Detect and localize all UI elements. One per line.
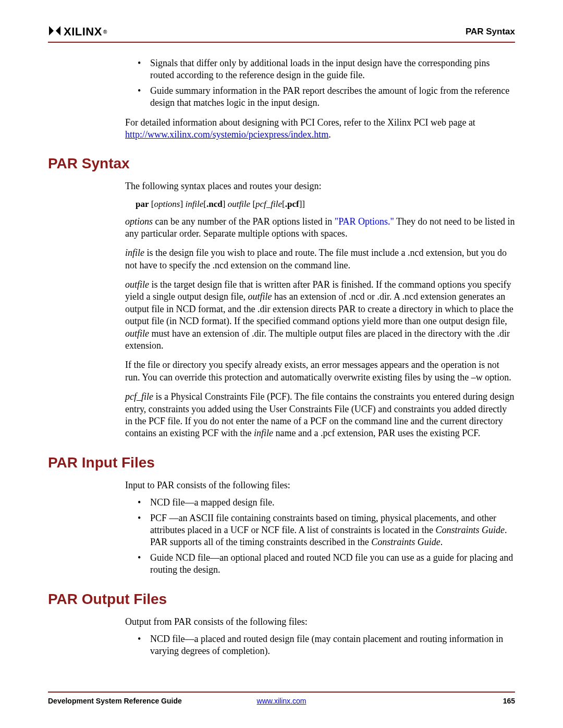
input-files-list: NCD file—a mapped design file. PCF —an A… — [136, 497, 515, 576]
opt-options: options — [154, 199, 180, 209]
bracket: ] — [223, 199, 228, 209]
term-pcffile: pcf_file — [125, 391, 153, 402]
syntax-command: par [options] infile[.ncd] outfile [pcf_… — [136, 198, 515, 211]
term-options: options — [125, 216, 153, 227]
para-overwrite: If the file or directory you specify alr… — [125, 359, 515, 384]
opt-pcffile: pcf_file — [255, 199, 282, 209]
logo-text: XILINX — [64, 25, 102, 39]
text: . — [328, 129, 331, 140]
content-area: Signals that differ only by additional l… — [48, 57, 515, 658]
term-outfile2: outfile — [248, 291, 272, 302]
kw-ncd: .ncd — [206, 199, 223, 209]
list-item: Guide NCD file—an optional placed and ro… — [136, 552, 515, 576]
text: . — [440, 537, 443, 547]
term-outfile3: outfile — [125, 328, 149, 339]
para-pcffile: pcf_file is a Physical Constraints File … — [125, 391, 515, 440]
list-item: NCD file—a placed and routed design file… — [136, 633, 515, 658]
kw-par: par — [136, 199, 149, 209]
list-item: Signals that differ only by additional l… — [136, 57, 515, 82]
footer-doc-title: Development System Reference Guide — [48, 697, 182, 705]
logo-mark-icon — [48, 25, 62, 39]
term-constraints-guide2: Constraints Guide — [371, 537, 440, 547]
opt-infile: infile — [185, 199, 203, 209]
footer-url-link[interactable]: www.xilinx.com — [257, 697, 307, 705]
pci-web-link[interactable]: http://www.xilinx.com/systemio/pciexpres… — [125, 129, 328, 140]
term-outfile: outfile — [125, 279, 149, 290]
intro-bullets: Signals that differ only by additional l… — [136, 57, 515, 109]
para-outfile: outfile is the target design file that i… — [125, 279, 515, 352]
text: must have an extension of .dir. The mult… — [125, 328, 510, 351]
text: name and a .pcf extension, PAR uses the … — [273, 428, 480, 438]
text: can be any number of the PAR options lis… — [153, 216, 335, 227]
page-footer: Development System Reference Guide www.x… — [48, 692, 515, 705]
header-rule — [48, 42, 515, 43]
list-item: Guide summary information in the PAR rep… — [136, 85, 515, 109]
running-head: PAR Syntax — [466, 27, 515, 37]
heading-input-files: PAR Input Files — [48, 454, 515, 471]
page: XILINX® PAR Syntax Signals that differ o… — [0, 0, 563, 658]
heading-par-syntax: PAR Syntax — [48, 155, 515, 172]
output-files-list: NCD file—a placed and routed design file… — [136, 633, 515, 658]
para-infile: infile is the design file you wish to pl… — [125, 247, 515, 272]
text: For detailed information about designing… — [125, 117, 475, 128]
syntax-intro: The following syntax places and routes y… — [125, 180, 515, 192]
logo-registered: ® — [103, 29, 107, 35]
opt-outfile: outfile — [228, 199, 250, 209]
page-header: XILINX® PAR Syntax — [48, 25, 515, 39]
output-files-intro: Output from PAR consists of the followin… — [125, 616, 515, 628]
term-constraints-guide: Constraints Guide — [435, 525, 505, 535]
heading-output-files: PAR Output Files — [48, 591, 515, 608]
text: is the design file you wish to place and… — [125, 248, 507, 270]
kw-pcf: .pcf — [285, 199, 299, 209]
list-item: PCF —an ASCII file containing constraint… — [136, 512, 515, 549]
xilinx-logo: XILINX® — [48, 25, 107, 39]
intro-link-para: For detailed information about designing… — [125, 117, 515, 141]
bracket: ] — [302, 199, 305, 209]
footer-page-number: 165 — [503, 697, 515, 705]
input-files-intro: Input to PAR consists of the following f… — [125, 479, 515, 491]
bracket: [ — [149, 199, 154, 209]
para-options: options can be any number of the PAR opt… — [125, 216, 515, 240]
bracket: ] — [180, 199, 185, 209]
list-item: NCD file—a mapped design file. — [136, 497, 515, 509]
term-infile: infile — [125, 248, 144, 258]
xref-par-options[interactable]: "PAR Options." — [335, 216, 394, 227]
term-infile2: infile — [254, 428, 273, 438]
